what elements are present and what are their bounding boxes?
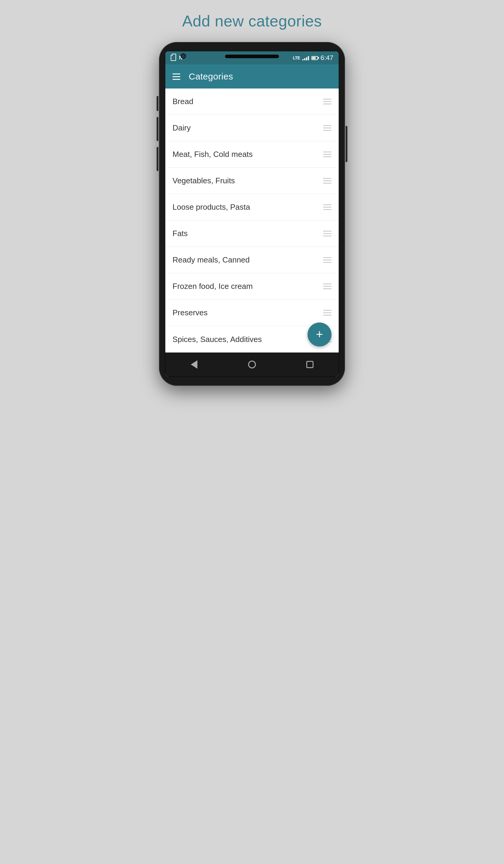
list-item[interactable]: Fats (165, 220, 339, 247)
add-category-fab[interactable]: + (308, 323, 332, 347)
list-item[interactable]: Frozen food, Ice cream (165, 273, 339, 300)
back-button[interactable] (187, 357, 202, 372)
app-bar-title: Categories (189, 71, 233, 82)
home-icon (248, 361, 256, 368)
category-list: BreadDairyMeat, Fish, Cold meatsVegetabl… (165, 88, 339, 352)
phone-camera (181, 53, 186, 59)
category-name: Meat, Fish, Cold meats (172, 150, 253, 159)
drag-handle-icon[interactable] (323, 152, 332, 157)
sim-icon (171, 55, 176, 61)
phone-power (346, 126, 347, 162)
phone-frame: N LTE ⚡ 6:47 (159, 42, 345, 386)
drag-handle-icon[interactable] (323, 99, 332, 104)
list-item[interactable]: Loose products, Pasta (165, 194, 339, 220)
bottom-nav (165, 352, 339, 376)
drag-handle-icon[interactable] (323, 284, 332, 289)
category-name: Fats (172, 229, 188, 238)
clock: 6:47 (320, 54, 333, 62)
phone-speaker (225, 55, 279, 58)
category-name: Spices, Sauces, Additives (172, 335, 262, 344)
status-right-icons: LTE ⚡ 6:47 (293, 54, 333, 62)
add-icon: + (316, 328, 323, 340)
category-name: Frozen food, Ice cream (172, 282, 253, 291)
category-name: Ready meals, Canned (172, 255, 250, 265)
lte-icon: LTE (293, 56, 300, 60)
category-name: Dairy (172, 123, 191, 133)
drag-handle-icon[interactable] (323, 204, 332, 210)
signal-bars-icon (302, 56, 309, 60)
phone-vol-up (157, 96, 158, 111)
category-name: Loose products, Pasta (172, 203, 250, 212)
phone-vol-down (157, 117, 158, 141)
list-item[interactable]: Dairy (165, 115, 339, 141)
phone-vol-down2 (157, 147, 158, 171)
list-item[interactable]: Preserves (165, 300, 339, 326)
home-button[interactable] (244, 357, 260, 372)
list-item[interactable]: Meat, Fish, Cold meats (165, 141, 339, 168)
page-title: Add new categories (182, 12, 322, 30)
drag-handle-icon[interactable] (323, 231, 332, 237)
app-bar: Categories (165, 64, 339, 88)
drag-handle-icon[interactable] (323, 178, 332, 184)
drag-handle-icon[interactable] (323, 310, 332, 315)
category-name: Preserves (172, 308, 208, 317)
list-item[interactable]: Ready meals, Canned (165, 247, 339, 273)
category-name: Bread (172, 97, 193, 106)
screen-content: BreadDairyMeat, Fish, Cold meatsVegetabl… (165, 88, 339, 352)
list-item[interactable]: Vegetables, Fruits (165, 168, 339, 194)
recents-icon (306, 361, 313, 368)
category-name: Vegetables, Fruits (172, 176, 235, 185)
back-icon (191, 360, 197, 369)
recents-button[interactable] (302, 357, 317, 372)
list-item[interactable]: Bread (165, 88, 339, 115)
phone-screen: N LTE ⚡ 6:47 (165, 51, 339, 377)
battery-icon: ⚡ (311, 56, 318, 60)
menu-button[interactable] (172, 73, 180, 80)
drag-handle-icon[interactable] (323, 257, 332, 263)
drag-handle-icon[interactable] (323, 125, 332, 131)
